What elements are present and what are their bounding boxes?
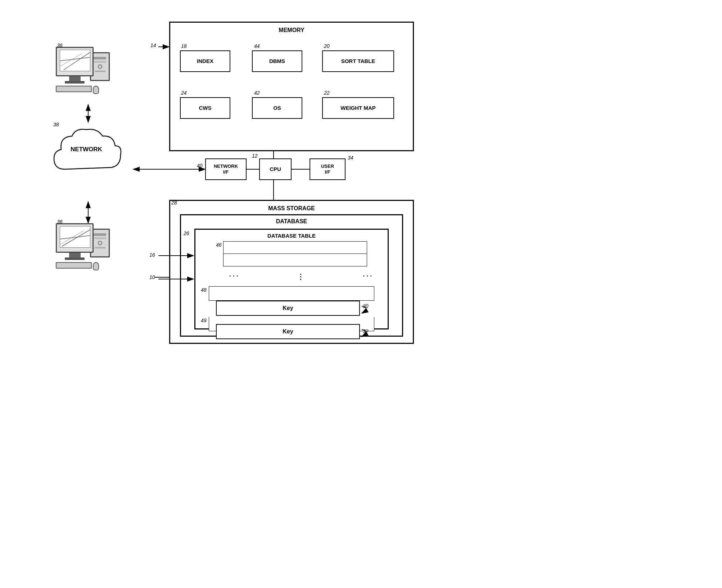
ref-48: 48 (201, 287, 207, 293)
user-if-box: USER I/F (310, 158, 346, 180)
db-row-top1 (223, 241, 367, 254)
cpu-box: CPU (259, 158, 292, 180)
key-row-1: Key (216, 301, 360, 316)
ref-12: 12 (252, 153, 258, 159)
diagram-container: MEMORY 14 INDEX 18 DBMS 44 SORT TABLE 20… (0, 0, 432, 353)
ref-14: 14 (150, 42, 156, 48)
dbms-box: DBMS (252, 50, 302, 72)
svg-line-14 (60, 57, 90, 61)
ref-49: 49 (201, 318, 207, 323)
ref-36-bot: 36 (57, 219, 63, 225)
ref-20: 20 (324, 43, 330, 49)
ref-38: 38 (53, 122, 59, 127)
network-label: NETWORK (61, 146, 112, 153)
top-computer (54, 47, 112, 104)
ref-26: 26 (184, 230, 189, 236)
ref-10: 10 (149, 274, 155, 280)
ref-16: 16 (149, 252, 155, 258)
ref-28: 28 (171, 200, 177, 206)
database-title: DATABASE (181, 218, 402, 225)
ref-46: 46 (216, 242, 222, 248)
ref-32: 32 (363, 328, 369, 334)
index-box: INDEX (180, 50, 230, 72)
ref-22: 22 (324, 90, 330, 96)
key-row-2: Key (216, 324, 360, 339)
ref-18: 18 (181, 43, 187, 49)
ref-44: 44 (254, 43, 260, 49)
os-box: OS (252, 97, 302, 119)
ref-34: 34 (348, 155, 353, 161)
network-if-box: NETWORK I/F (205, 158, 247, 180)
ref-30: 30 (363, 303, 369, 309)
database-table-title: DATABASE TABLE (195, 233, 388, 239)
cloud-svg (50, 126, 122, 180)
cws-box: CWS (180, 97, 230, 119)
sort-table-box: SORT TABLE (322, 50, 394, 72)
ref-24: 24 (181, 90, 187, 96)
ref-40: 40 (197, 163, 203, 169)
network-cloud: NETWORK (50, 126, 115, 173)
bottom-computer (54, 223, 112, 281)
dots-row: · · · ⋮ · · · (200, 270, 401, 283)
ref-36-top: 36 (57, 42, 63, 48)
svg-line-18 (62, 229, 90, 246)
mass-storage-title: MASS STORAGE (170, 205, 413, 212)
svg-line-15 (64, 52, 90, 70)
memory-title: MEMORY (170, 27, 413, 33)
ref-42: 42 (254, 90, 260, 96)
db-row-48 (209, 286, 374, 301)
weight-map-box: WEIGHT MAP (322, 97, 394, 119)
memory-outer-box: MEMORY (169, 22, 414, 151)
svg-line-19 (60, 231, 84, 244)
db-row-top2 (223, 254, 367, 266)
